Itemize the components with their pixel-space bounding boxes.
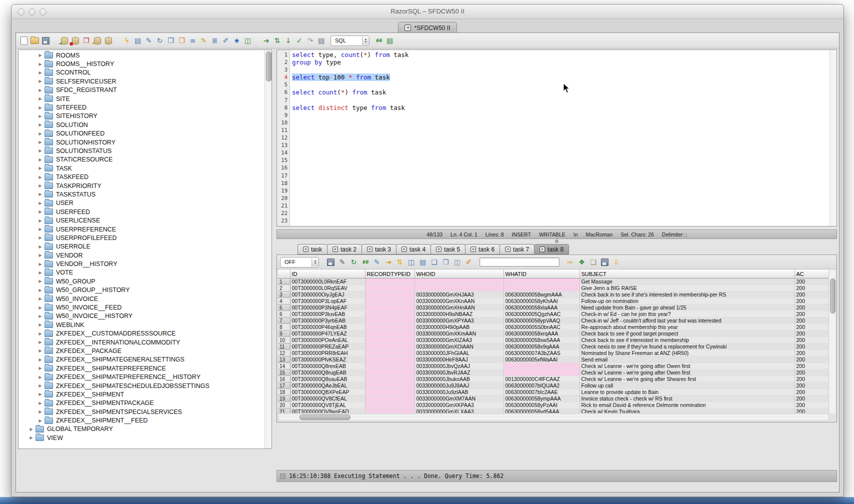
disclosure-triangle-icon[interactable]: ▶ bbox=[38, 122, 43, 127]
cell-whatid[interactable]: 006300000058wgmAAA bbox=[504, 292, 580, 298]
cell-recordtypeid[interactable] bbox=[365, 298, 414, 304]
cell-recordtypeid[interactable] bbox=[365, 376, 414, 382]
table-refresh-icon[interactable]: ◫ bbox=[406, 258, 416, 267]
results-list-icon[interactable]: ▤ bbox=[385, 36, 394, 46]
table-row[interactable]: 1400T3000000Q8rexEAB0033000000JbvQzAAJCh… bbox=[278, 363, 829, 370]
cell-subject[interactable]: Check w/ Leanne - we're going after Shea… bbox=[580, 376, 794, 382]
code-line[interactable] bbox=[292, 81, 830, 88]
result-tab[interactable]: ✕task 4 bbox=[396, 244, 431, 254]
tree-item[interactable]: ▶USERLICENSE bbox=[18, 216, 264, 224]
row-number[interactable]: 3 bbox=[278, 292, 290, 298]
column-header-id[interactable]: ID bbox=[290, 270, 365, 278]
disclosure-triangle-icon[interactable]: ▶ bbox=[38, 279, 43, 284]
cell-whatid[interactable] bbox=[504, 363, 580, 370]
tree-item[interactable]: ▶SOLUTIONFEED bbox=[18, 130, 264, 138]
tree-item[interactable]: ▶USERROLE bbox=[18, 242, 264, 251]
edit-page-icon[interactable]: ✎ bbox=[144, 36, 154, 46]
log-icon[interactable]: ▤ bbox=[316, 36, 326, 46]
code-line[interactable] bbox=[292, 134, 830, 142]
new-object-icon[interactable]: ✦ bbox=[92, 36, 102, 46]
cell-whoid[interactable]: 0033000000GmXOiAAN bbox=[414, 344, 504, 350]
page-icon[interactable]: ❏ bbox=[430, 258, 439, 267]
cell-whoid[interactable]: 0033000000JbvRJAAZ bbox=[414, 370, 504, 376]
table-row[interactable]: 1800T3000000QBXPeEAP0033000000Ju9zlAAB00… bbox=[278, 389, 829, 396]
table-row[interactable]: 400T3000000P3LopEAF0033000000GmXKnAAN006… bbox=[278, 298, 829, 304]
cell-ac[interactable]: 200 bbox=[794, 330, 829, 337]
cell-ac[interactable]: 200 bbox=[794, 376, 829, 382]
cell-ac[interactable]: 200 bbox=[794, 311, 829, 318]
cell-recordtypeid[interactable] bbox=[365, 408, 414, 414]
table-row[interactable]: 1200T3000000PRR8rEAH0033000000JFhGlAAL00… bbox=[278, 350, 829, 356]
cell-whoid[interactable]: 0033000000JbvQzAAJ bbox=[414, 363, 504, 370]
cell-ac[interactable]: 200 bbox=[794, 298, 829, 304]
cell-ac[interactable]: 200 bbox=[794, 285, 829, 292]
table-row[interactable]: 300T3000000OiyJgEAJ0033000000GmXHJAA3006… bbox=[278, 292, 829, 298]
cell-recordtypeid[interactable] bbox=[365, 363, 414, 370]
disclosure-triangle-icon[interactable]: ▶ bbox=[38, 288, 43, 292]
save-icon[interactable] bbox=[41, 36, 50, 46]
cell-subject[interactable]: Check w/ Leanne - we're going after Owen… bbox=[580, 363, 794, 370]
cell-whatid[interactable]: 006300000058yPzAAI bbox=[504, 402, 580, 408]
row-number[interactable]: 21 bbox=[278, 408, 290, 414]
connect-icon[interactable]: ➜ bbox=[60, 36, 69, 46]
results-search-input[interactable] bbox=[480, 258, 560, 266]
close-result-tab-icon[interactable]: ✕ bbox=[470, 246, 476, 252]
cell-ac[interactable]: 200 bbox=[794, 363, 829, 370]
copy-connection-icon[interactable]: ❐ bbox=[82, 36, 91, 46]
view-66-icon[interactable]: 66 bbox=[374, 36, 384, 46]
cell-recordtypeid[interactable] bbox=[365, 382, 414, 389]
cell-subject[interactable]: Follow-up on nomination bbox=[580, 298, 794, 304]
table-row[interactable]: 200T3000000L0RqSEAVGive Jenn a BIG RAISE… bbox=[278, 285, 829, 292]
tree-item[interactable]: ▶ZKFEDEX__SHIPMATEGENERALSETTINGS bbox=[18, 356, 264, 364]
code-line[interactable] bbox=[292, 217, 830, 224]
cell-whoid[interactable]: 0033000000Ju9zlAAB bbox=[414, 389, 504, 396]
tree-item[interactable]: ▶ZKFEDEX__CUSTOMADDRESSSOURCE bbox=[18, 330, 264, 338]
cell-whatid[interactable]: 0013000000C4fFCAAZ bbox=[504, 376, 580, 382]
tree-item[interactable]: ▶VOTE bbox=[18, 268, 264, 277]
tree-item[interactable]: ▶USER bbox=[18, 199, 264, 208]
cell-whatid[interactable]: 006300000058xrqAAA bbox=[504, 330, 580, 337]
disclosure-triangle-icon[interactable]: ▶ bbox=[38, 340, 43, 344]
cell-id[interactable]: 00T3000000QBXPeEAP bbox=[290, 389, 365, 396]
cell-recordtypeid[interactable] bbox=[365, 311, 414, 318]
cell-recordtypeid[interactable] bbox=[365, 285, 414, 292]
code-line[interactable] bbox=[292, 180, 830, 187]
row-number[interactable]: 19 bbox=[278, 396, 290, 402]
result-tab[interactable]: ✕task bbox=[298, 244, 328, 254]
disclosure-triangle-icon[interactable]: ▶ bbox=[38, 366, 43, 370]
statement-type-select[interactable]: SQL ▴▾ bbox=[330, 36, 370, 46]
cell-ac[interactable]: 200 bbox=[794, 356, 829, 363]
cell-whoid[interactable]: 0033000000H9i0pAAB bbox=[414, 324, 504, 330]
cell-subject[interactable]: Follow up call bbox=[580, 382, 794, 389]
cell-id[interactable]: 00T3000000P46qnEAB bbox=[290, 324, 365, 330]
save-results-icon[interactable] bbox=[326, 258, 336, 267]
tree-item[interactable]: ▶SITE bbox=[18, 94, 264, 103]
cell-subject[interactable]: Check back to see if good target prospec… bbox=[580, 330, 794, 337]
code-line[interactable]: group by type bbox=[292, 58, 830, 66]
comment-icon[interactable]: ✐ bbox=[221, 36, 230, 46]
cell-whatid[interactable] bbox=[504, 370, 580, 376]
cell-whoid[interactable]: 0033000000JFhGlAAL bbox=[414, 350, 504, 356]
document-tab[interactable]: ✕ *SFDCW50 II bbox=[398, 22, 456, 33]
code-line[interactable]: select count(*) from task bbox=[292, 88, 830, 96]
row-number[interactable]: 18 bbox=[278, 389, 290, 396]
cell-whatid[interactable]: 006300000058yKhAAI bbox=[504, 298, 580, 304]
code-line[interactable]: select distinct type from task bbox=[292, 104, 830, 112]
table-row[interactable]: 600T3000000P3tuvEAB0033000000H9aNBAAZ006… bbox=[278, 311, 829, 318]
cell-subject[interactable]: Invoice status check - check w/ RS first bbox=[580, 396, 794, 402]
tree-item[interactable]: ▶SITEHISTORY bbox=[18, 112, 264, 120]
close-tab-icon[interactable]: ✕ bbox=[404, 24, 411, 31]
copy-pages-icon[interactable]: ❐ bbox=[441, 258, 450, 267]
download-icon[interactable]: ⇩ bbox=[612, 258, 621, 267]
cell-subject[interactable]: Nominated by Shane Freeman at ANZ (HR50) bbox=[580, 350, 794, 356]
cell-recordtypeid[interactable] bbox=[365, 396, 414, 402]
grid-vscroll-thumb[interactable] bbox=[830, 278, 836, 314]
tree-item[interactable]: ▶SELFSERVICEUSER bbox=[18, 77, 264, 86]
tree-item[interactable]: ▶W50_GROUP bbox=[18, 277, 264, 286]
row-number[interactable]: 4 bbox=[278, 298, 290, 304]
cell-whoid[interactable]: 0033000000HirF8AAJ bbox=[414, 356, 504, 363]
tree-item[interactable]: ▶ZKFEDEX__SHIPMATEPREFERENCE bbox=[18, 364, 264, 372]
fetch-icon[interactable]: ↓ bbox=[284, 36, 293, 46]
execute-all-icon[interactable]: ⇅ bbox=[272, 36, 282, 46]
cell-whatid[interactable]: 006300000058ypVAAQ bbox=[504, 318, 580, 324]
